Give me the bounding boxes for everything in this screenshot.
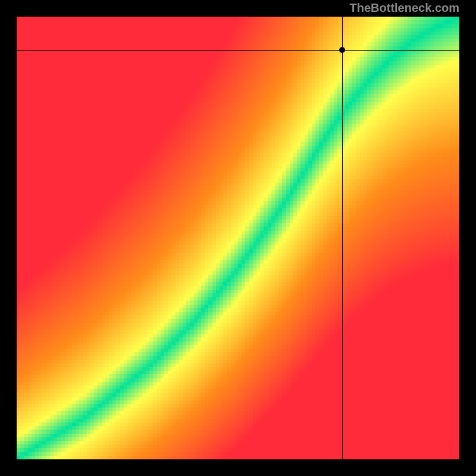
attribution-text: TheBottleneck.com: [350, 1, 459, 15]
selection-marker-dot: [339, 47, 345, 53]
heatmap-plot: [17, 17, 459, 459]
crosshair-vertical: [342, 17, 343, 459]
crosshair-horizontal: [17, 50, 459, 51]
heatmap-canvas: [17, 17, 459, 459]
